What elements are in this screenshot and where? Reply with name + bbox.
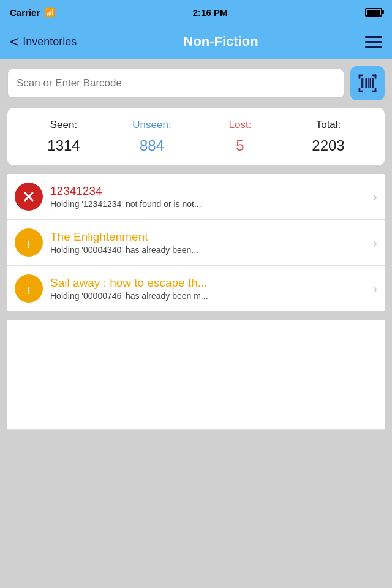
stats-card: Seen: Unseen: Lost: Total: 1314 884 5 <box>7 108 385 165</box>
unseen-value-item: 884 <box>108 137 196 154</box>
svg-rect-11 <box>368 78 369 88</box>
nav-bar: < Inventories Non-Fiction <box>0 24 392 59</box>
svg-rect-12 <box>370 78 371 88</box>
barcode-input[interactable] <box>7 69 344 98</box>
unseen-value: 884 <box>108 137 196 154</box>
item-subtitle: Holding '12341234' not found or is not..… <box>50 199 368 209</box>
item-title: The Enlightenment <box>50 230 368 244</box>
seen-label: Seen: <box>20 119 108 131</box>
barcode-row <box>7 66 385 100</box>
empty-row <box>7 356 385 393</box>
total-label: Total: <box>284 119 372 131</box>
svg-rect-13 <box>372 78 374 88</box>
error-circle-icon <box>20 187 38 206</box>
item-subtitle: Holding '00000746' has already been m... <box>50 291 368 301</box>
svg-rect-5 <box>359 88 361 92</box>
total-value-item: 2203 <box>284 137 372 154</box>
stat-seen: Seen: <box>20 119 108 131</box>
warning-icon-container: ! <box>15 274 43 303</box>
unseen-label: Unseen: <box>108 119 196 131</box>
barcode-scan-icon <box>356 72 379 94</box>
lost-value-item: 5 <box>196 137 284 154</box>
empty-row <box>7 393 385 430</box>
stat-lost: Lost: <box>196 119 284 131</box>
status-bar: Carrier 📶 2:16 PM <box>0 0 392 24</box>
list-item[interactable]: ! Sail away : how to escape th... Holdin… <box>7 266 385 311</box>
chevron-right-icon: › <box>373 282 377 296</box>
list-item[interactable]: ! The Enlightenment Holding '00004340' h… <box>7 220 385 266</box>
item-content: 12341234 Holding '12341234' not found or… <box>50 184 368 209</box>
chevron-right-icon: › <box>373 236 377 250</box>
nav-back-button[interactable]: < Inventories <box>10 34 77 50</box>
total-value: 2203 <box>284 137 372 154</box>
svg-text:!: ! <box>27 239 30 250</box>
stat-total: Total: <box>284 119 372 131</box>
warning-icon-container: ! <box>15 228 43 257</box>
svg-rect-10 <box>365 78 367 88</box>
empty-row <box>7 320 385 356</box>
menu-line-2 <box>365 41 382 43</box>
stats-labels-row: Seen: Unseen: Lost: Total: <box>20 119 372 131</box>
item-subtitle: Holding '00004340' has already been... <box>50 245 368 255</box>
status-bar-time: 2:16 PM <box>193 7 228 18</box>
svg-rect-8 <box>361 78 363 88</box>
items-list: 12341234 Holding '12341234' not found or… <box>7 174 385 311</box>
error-icon-container <box>15 183 43 211</box>
main-content: Seen: Unseen: Lost: Total: 1314 884 5 <box>0 59 392 588</box>
svg-rect-1 <box>359 75 361 79</box>
item-title: Sail away : how to escape th... <box>50 276 368 290</box>
item-title: 12341234 <box>50 184 368 198</box>
seen-value: 1314 <box>20 137 108 154</box>
stats-values-row: 1314 884 5 2203 <box>20 137 372 154</box>
lost-label: Lost: <box>196 119 284 131</box>
chevron-right-icon: › <box>373 190 377 204</box>
status-bar-right <box>365 8 382 17</box>
svg-rect-9 <box>364 78 364 88</box>
nav-back-label: Inventories <box>23 36 77 48</box>
wifi-icon: 📶 <box>45 7 55 17</box>
lost-value: 5 <box>196 137 284 154</box>
stat-unseen: Unseen: <box>108 119 196 131</box>
carrier-label: Carrier <box>10 7 40 18</box>
seen-value-item: 1314 <box>20 137 108 154</box>
nav-title: Non-Fiction <box>184 34 258 50</box>
item-content: The Enlightenment Holding '00004340' has… <box>50 230 368 255</box>
status-bar-left: Carrier 📶 <box>10 7 55 18</box>
menu-line-3 <box>365 46 382 48</box>
menu-button[interactable] <box>365 36 382 48</box>
menu-line-1 <box>365 36 382 38</box>
svg-rect-3 <box>375 75 377 79</box>
battery-icon <box>365 8 382 17</box>
warning-triangle-icon: ! <box>20 233 38 252</box>
barcode-scanner-button[interactable] <box>350 66 385 100</box>
svg-rect-7 <box>375 88 377 92</box>
svg-text:!: ! <box>27 285 30 296</box>
back-arrow-icon: < <box>10 34 19 50</box>
warning-triangle-icon: ! <box>20 279 38 298</box>
item-content: Sail away : how to escape th... Holding … <box>50 276 368 301</box>
list-item[interactable]: 12341234 Holding '12341234' not found or… <box>7 174 385 220</box>
